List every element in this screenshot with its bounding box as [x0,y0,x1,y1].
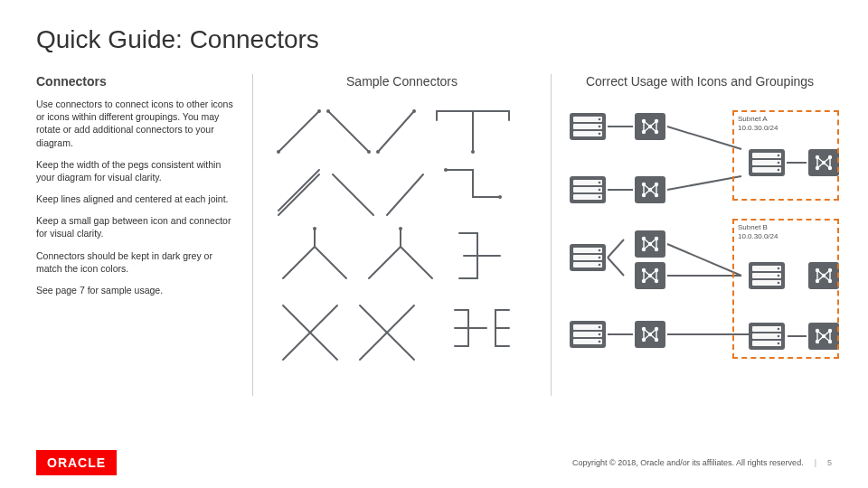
copyright-text: Copyright © 2018, Oracle and/or its affi… [572,458,804,467]
svg-point-32 [376,150,380,154]
right-heading: Correct Usage with Icons and Groupings [568,74,832,89]
svg-point-31 [367,150,371,154]
server-icon [570,244,606,271]
network-icon [635,176,665,203]
subnet-b-name: Subnet B [738,223,834,232]
column-connectors-text: Connectors Use connectors to connect ico… [36,74,253,396]
mid-heading: Sample Connectors [269,74,534,89]
svg-point-38 [399,227,402,230]
svg-point-29 [317,109,321,113]
svg-line-0 [278,111,319,152]
svg-line-2 [378,111,414,152]
svg-point-30 [326,109,330,113]
svg-point-34 [471,150,475,154]
subnet-a-box: Subnet A 10.0.30.0/24 [732,110,839,201]
left-p2: Keep the width of the pegs consistent wi… [36,158,236,183]
svg-line-61 [667,244,741,276]
column-sample-connectors: Sample Connectors [253,74,552,396]
subnet-b-box: Subnet B 10.0.30.0/24 [732,219,839,359]
left-body: Use connectors to connect icons to other… [36,98,236,296]
left-p1: Use connectors to connect icons to other… [36,98,236,149]
column-correct-usage: Correct Usage with Icons and Groupings [552,74,832,396]
svg-line-58 [667,127,741,149]
svg-point-35 [444,168,448,172]
network-icon [635,113,665,140]
network-icon [635,262,665,289]
page-title: Quick Guide: Connectors [36,25,832,54]
network-icon [635,321,665,348]
sample-connectors-diagram [269,98,532,396]
svg-point-28 [277,150,280,154]
svg-line-59 [667,176,741,190]
left-p5: Connectors should be kept in dark grey o… [36,249,236,275]
footer: ORACLE Copyright © 2018, Oracle and/or i… [0,450,868,475]
server-icon [570,176,606,203]
server-icon [570,321,606,348]
page-number: 5 [827,458,832,467]
left-p4: Keep a small gap between icon and connec… [36,214,236,239]
svg-point-37 [313,227,316,230]
left-p3: Keep lines aligned and centered at each … [36,192,236,205]
svg-line-7 [278,170,319,211]
subnet-b-cidr: 10.0.30.0/24 [738,232,834,241]
left-heading: Connectors [36,74,236,89]
server-icon [570,113,606,140]
svg-line-1 [328,111,369,152]
left-p6: See page 7 for sample usage. [36,284,236,296]
network-icon [635,230,665,258]
oracle-logo: ORACLE [36,450,117,475]
copyright-line: Copyright © 2018, Oracle and/or its affi… [572,458,832,467]
svg-point-36 [498,195,502,199]
subnet-a-name: Subnet A [738,115,834,124]
subnet-a-cidr: 10.0.30.0/24 [738,124,834,133]
footer-separator: | [815,458,816,467]
content-columns: Connectors Use connectors to connect ico… [36,74,832,396]
svg-point-33 [412,109,416,113]
